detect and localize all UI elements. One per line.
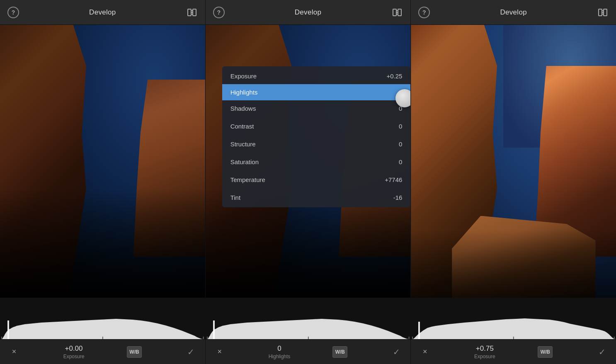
dropdown-item-temperature[interactable]: Temperature +7746 (222, 172, 411, 188)
histogram-2 (206, 298, 411, 339)
svg-rect-20 (308, 337, 309, 339)
svg-rect-17 (1, 337, 2, 339)
contrast-label: Contrast (230, 123, 254, 130)
panel-1 (0, 25, 206, 339)
svg-rect-26 (614, 337, 615, 339)
dropdown-item-saturation[interactable]: Saturation 0 (222, 154, 411, 170)
histogram-3 (411, 298, 616, 339)
dropdown-item-contrast[interactable]: Contrast 0 (222, 118, 411, 134)
cancel-button-3[interactable]: × (418, 345, 432, 359)
panel-1-footer: × +0.00 Exposure W/B ✓ (0, 340, 206, 364)
wb-button-3[interactable]: W/B (538, 346, 553, 358)
help-icon-3[interactable]: ? (418, 7, 430, 18)
tint-value: -16 (393, 194, 403, 201)
svg-rect-15 (7, 320, 9, 339)
svg-rect-1 (193, 9, 196, 16)
tint-label: Tint (230, 194, 240, 201)
footer-1-value: +0.00 (65, 345, 83, 353)
confirm-button-1[interactable]: ✓ (184, 345, 198, 359)
cancel-button-2[interactable]: × (213, 345, 226, 359)
dropdown-item-tint[interactable]: Tint -16 (222, 189, 411, 206)
svg-rect-22 (408, 337, 409, 339)
compare-icon-3[interactable] (597, 7, 609, 18)
dropdown-item-exposure[interactable]: Exposure +0.25 (222, 68, 411, 84)
wb-button-2[interactable]: W/B (332, 346, 347, 358)
panel-2-footer: × 0 Highlights W/B ✓ (206, 340, 411, 364)
main-content: Exposure +0.25 Highlights 0 Shadows 0 Co… (0, 25, 616, 339)
footer-3-label: Exposure (474, 354, 495, 359)
dropdown-item-structure[interactable]: Structure 0 (222, 136, 411, 152)
svg-rect-0 (188, 9, 191, 16)
settings-dropdown[interactable]: Exposure +0.25 Highlights 0 Shadows 0 Co… (222, 66, 411, 207)
compare-icon-1[interactable] (186, 7, 198, 18)
svg-rect-10 (599, 9, 602, 16)
saturation-value: 0 (399, 158, 402, 165)
contrast-value: 0 (399, 123, 402, 130)
structure-label: Structure (230, 141, 256, 148)
help-icon-1[interactable]: ? (7, 7, 19, 18)
photo-3 (411, 25, 616, 298)
confirm-button-2[interactable]: ✓ (390, 345, 403, 359)
svg-rect-23 (418, 322, 420, 339)
shadows-label: Shadows (230, 105, 256, 112)
exposure-value: +0.25 (386, 73, 402, 80)
footer-2-center: 0 Highlights (269, 345, 291, 359)
structure-value: 0 (399, 141, 402, 148)
svg-rect-18 (203, 337, 204, 339)
panel-2: Exposure +0.25 Highlights 0 Shadows 0 Co… (206, 25, 411, 339)
top-bar: ? Develop ? Develop (0, 0, 616, 25)
highlights-label: Highlights (230, 89, 258, 96)
cancel-button-1[interactable]: × (7, 345, 21, 359)
photo-2: Exposure +0.25 Highlights 0 Shadows 0 Co… (206, 25, 411, 298)
footer-2-value: 0 (277, 345, 281, 353)
panel-2-title: Develop (295, 8, 321, 17)
histogram-1 (0, 298, 205, 339)
panel-3 (411, 25, 616, 339)
dropdown-item-highlights[interactable]: Highlights 0 (222, 84, 411, 100)
svg-rect-11 (604, 9, 607, 16)
svg-rect-6 (398, 9, 401, 16)
bottom-bar: × +0.00 Exposure W/B ✓ × 0 Highlights W/… (0, 339, 616, 364)
panel-3-header: ? Develop (411, 0, 616, 24)
help-icon-2[interactable]: ? (213, 7, 225, 18)
slider-knob[interactable] (395, 89, 410, 107)
svg-rect-21 (207, 337, 208, 339)
temperature-label: Temperature (230, 176, 265, 183)
dropdown-item-shadows[interactable]: Shadows 0 (222, 100, 411, 116)
panel-1-header: ? Develop (0, 0, 206, 24)
panel-1-title: Develop (89, 8, 116, 17)
confirm-button-3[interactable]: ✓ (595, 345, 609, 359)
temperature-value: +7746 (385, 176, 402, 183)
panel-3-footer: × +0.75 Exposure W/B ✓ (411, 340, 616, 364)
footer-1-center: +0.00 Exposure (63, 345, 85, 359)
exposure-label: Exposure (230, 73, 257, 80)
photo-1 (0, 25, 205, 298)
footer-3-center: +0.75 Exposure (474, 345, 495, 359)
saturation-label: Saturation (230, 158, 259, 165)
svg-rect-16 (102, 337, 103, 339)
svg-rect-5 (393, 9, 396, 16)
svg-rect-25 (412, 337, 413, 339)
compare-icon-2[interactable] (391, 7, 403, 18)
footer-1-label: Exposure (63, 354, 85, 359)
wb-button-1[interactable]: W/B (127, 346, 142, 358)
footer-3-value: +0.75 (476, 345, 494, 353)
panel-3-title: Develop (500, 8, 526, 17)
svg-rect-24 (513, 337, 514, 339)
footer-2-label: Highlights (269, 354, 291, 359)
panel-2-header: ? Develop (206, 0, 411, 24)
svg-rect-19 (213, 320, 215, 339)
